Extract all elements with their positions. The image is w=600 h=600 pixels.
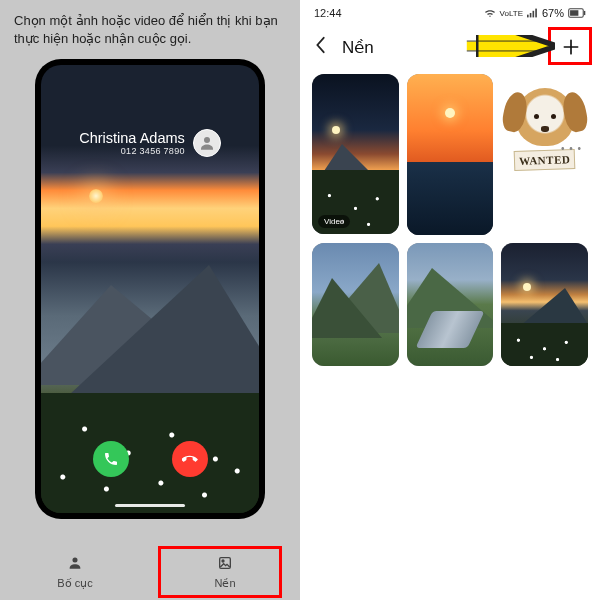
- tab-layout[interactable]: Bố cục: [0, 544, 150, 600]
- phone-preview-frame: Christina Adams 012 3456 7890: [35, 59, 265, 519]
- decline-call-button[interactable]: [172, 441, 208, 477]
- caller-number: 012 3456 7890: [79, 146, 185, 156]
- background-thumb-5[interactable]: [407, 243, 494, 367]
- image-icon: [217, 555, 233, 575]
- bottom-tab-bar: Bố cục Nền: [0, 544, 300, 600]
- svg-point-0: [204, 137, 210, 143]
- call-background-settings-panel: Chọn một ảnh hoặc video để hiển thị khi …: [0, 0, 300, 600]
- picker-header: Nền: [300, 22, 600, 74]
- signal-icon: [527, 8, 538, 18]
- svg-rect-10: [570, 10, 578, 16]
- svg-rect-5: [530, 13, 532, 17]
- background-grid: Video WANTED • • •: [300, 74, 600, 366]
- caller-info: Christina Adams 012 3456 7890: [41, 129, 259, 157]
- svg-rect-9: [584, 11, 585, 15]
- background-picker-screen: 12:44 VoLTE 67% Nền Video: [300, 0, 600, 600]
- svg-point-1: [72, 557, 77, 562]
- picker-title: Nền: [342, 37, 544, 58]
- status-network: VoLTE: [500, 9, 523, 18]
- home-indicator: [115, 504, 185, 507]
- wifi-icon: [484, 8, 496, 18]
- svg-rect-7: [535, 9, 537, 18]
- background-thumb-2[interactable]: [407, 74, 494, 235]
- back-button[interactable]: [314, 36, 328, 59]
- phone-preview-screen: Christina Adams 012 3456 7890: [41, 65, 259, 513]
- status-bar: 12:44 VoLTE 67%: [300, 0, 600, 22]
- svg-rect-4: [527, 15, 529, 18]
- status-battery: 67%: [542, 7, 564, 19]
- background-thumb-6[interactable]: [501, 243, 588, 367]
- plus-icon: [561, 37, 581, 57]
- battery-icon: [568, 8, 586, 18]
- tab-background[interactable]: Nền: [150, 544, 300, 600]
- tab-background-label: Nền: [214, 577, 235, 590]
- pager-dots-icon: • • •: [561, 143, 582, 154]
- add-background-button[interactable]: [556, 32, 586, 62]
- background-thumb-video[interactable]: Video: [312, 74, 399, 234]
- answer-call-button[interactable]: [93, 441, 129, 477]
- caller-avatar: [193, 129, 221, 157]
- video-badge: Video: [318, 215, 350, 228]
- person-icon: [67, 555, 83, 575]
- background-thumb-dog[interactable]: WANTED • • •: [501, 74, 588, 234]
- instruction-text: Chọn một ảnh hoặc video để hiển thị khi …: [0, 0, 300, 55]
- tab-layout-label: Bố cục: [57, 577, 92, 590]
- svg-point-3: [222, 560, 224, 562]
- caller-name: Christina Adams: [79, 130, 185, 146]
- background-thumb-4[interactable]: [312, 243, 399, 367]
- status-time: 12:44: [314, 7, 342, 19]
- svg-rect-6: [532, 11, 534, 18]
